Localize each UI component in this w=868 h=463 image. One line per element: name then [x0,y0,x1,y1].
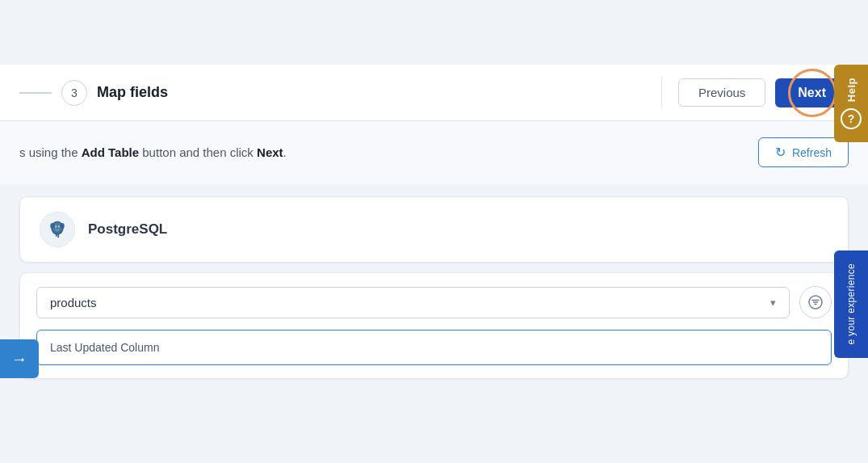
help-icon: ? [841,108,862,129]
svg-point-7 [58,225,60,228]
top-bar [0,0,868,65]
table-dropdown[interactable]: products ▾ [36,287,790,318]
dropdown-chevron-icon: ▾ [770,297,776,309]
cards-area: PostgreSQL products ▾ Last Updated Colum… [0,183,868,392]
main-content: s using the Add Table button and then cl… [0,121,868,392]
svg-point-6 [55,225,57,228]
step-indicator: 3 Map fields [19,80,645,106]
step-line [19,92,52,94]
table-selector-row: products ▾ [36,286,832,318]
left-arrow-button[interactable]: → [0,339,39,378]
step-number: 3 [61,80,87,106]
database-card: PostgreSQL [19,196,849,263]
table-card: products ▾ Last Updated Column [19,272,849,379]
svg-rect-5 [57,234,59,238]
previous-button[interactable]: Previous [678,78,765,107]
column-section: Last Updated Column [36,330,832,365]
postgresql-icon [46,218,69,241]
refresh-icon: ↻ [775,145,786,160]
step-title: Map fields [97,84,168,101]
database-name: PostgreSQL [88,221,167,238]
filter-button[interactable] [799,286,832,318]
experience-label: e your experience [845,263,857,345]
help-label: Help [845,78,858,102]
instruction-text: s using the Add Table button and then cl… [19,145,287,159]
help-panel[interactable]: Help ? [834,65,868,142]
experience-panel[interactable]: e your experience [834,250,868,358]
header-divider [661,77,662,109]
filter-icon [808,295,823,309]
refresh-button[interactable]: ↻ Refresh [758,137,849,167]
arrow-right-icon: → [11,350,27,368]
instruction-bar: s using the Add Table button and then cl… [0,121,868,183]
header-row: 3 Map fields Previous Next [0,65,868,121]
db-icon-wrapper [40,212,75,247]
nav-buttons: Previous Next [678,78,849,107]
svg-point-2 [60,223,65,229]
svg-rect-4 [56,234,57,237]
column-label: Last Updated Column [50,341,159,354]
svg-point-3 [50,223,55,229]
